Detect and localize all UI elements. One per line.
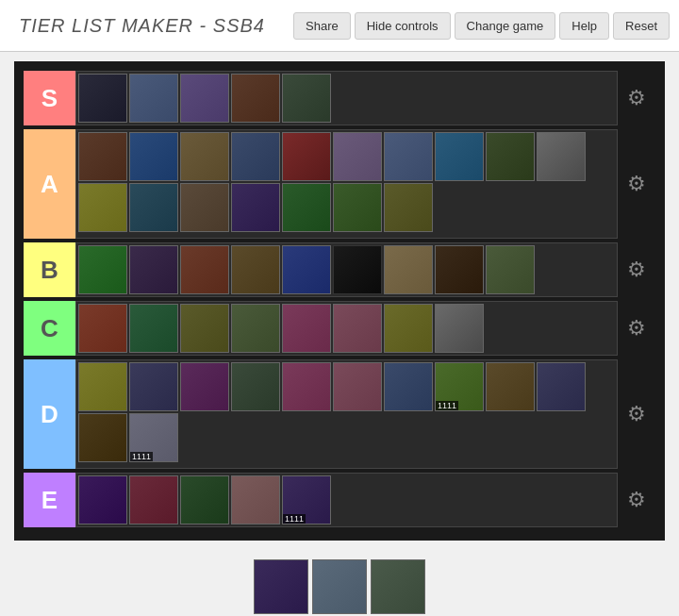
char-e-jigglypuff[interactable]	[231, 475, 280, 524]
char-a-luigi[interactable]	[282, 183, 331, 232]
tier-row-c: C ⚙	[24, 301, 655, 356]
char-d-olimar[interactable]	[384, 362, 433, 411]
char-e-ganon[interactable]	[78, 475, 127, 524]
badge-d-pal: 1111	[436, 401, 458, 410]
char-a-mewtwo[interactable]	[333, 132, 382, 181]
help-button[interactable]: Help	[559, 12, 609, 40]
tier-settings-b: ⚙	[618, 242, 655, 297]
char-b-gaw[interactable]	[333, 245, 382, 294]
char-b-corrin[interactable]	[180, 245, 229, 294]
char-c-rob[interactable]	[435, 304, 484, 353]
char-rosalina[interactable]	[180, 74, 229, 123]
char-a-lucas[interactable]	[180, 183, 229, 232]
char-bayonetta[interactable]	[78, 74, 127, 123]
char-a-ness[interactable]	[231, 183, 280, 232]
topbar: TIER LIST MAKER - SSB4 Share Hide contro…	[0, 0, 679, 52]
char-d-mii[interactable]: 1111	[129, 413, 178, 462]
change-game-button[interactable]: Change game	[455, 12, 556, 40]
char-d-robin[interactable]	[129, 362, 178, 411]
badge-d-mii: 1111	[130, 452, 153, 461]
gear-icon-d[interactable]: ⚙	[623, 401, 650, 427]
char-c-peach[interactable]	[333, 304, 382, 353]
char-d-sheik[interactable]	[231, 362, 280, 411]
gear-icon-e[interactable]: ⚙	[623, 487, 650, 513]
char-pool[interactable]	[0, 550, 679, 616]
tier-label-d: D	[24, 359, 75, 469]
char-b-yoshi[interactable]	[78, 245, 127, 294]
char-c-younlink[interactable]	[129, 304, 178, 353]
gear-icon-s[interactable]: ⚙	[623, 85, 650, 111]
char-a-samus[interactable]	[384, 183, 433, 232]
char-a-marth[interactable]	[231, 132, 280, 181]
char-b-shulk[interactable]	[384, 245, 433, 294]
tier-settings-d: ⚙	[618, 359, 655, 469]
char-e-link[interactable]	[180, 475, 229, 524]
hide-controls-button[interactable]: Hide controls	[355, 12, 451, 40]
char-a-mario[interactable]	[282, 132, 331, 181]
char-c-snake[interactable]	[231, 304, 280, 353]
share-button[interactable]: Share	[293, 12, 351, 40]
char-d-robin2[interactable]	[537, 362, 586, 411]
char-e-drmario[interactable]	[129, 475, 178, 524]
char-c-samus[interactable]	[180, 304, 229, 353]
char-cloud[interactable]	[129, 74, 178, 123]
char-d-bowserjr[interactable]	[78, 413, 127, 462]
tier-label-a: A	[24, 129, 75, 239]
char-d-pacman[interactable]	[78, 362, 127, 411]
tier-label-c: C	[24, 301, 75, 356]
tier-list: S ⚙ A	[14, 61, 665, 541]
tier-row-a: A ⚙	[24, 129, 655, 239]
tier-row-e: E 1111 ⚙	[24, 473, 655, 527]
char-b-ike[interactable]	[129, 245, 178, 294]
tier-chars-d[interactable]: 1111 1111	[75, 359, 618, 469]
tier-settings-e: ⚙	[618, 473, 655, 527]
tier-settings-a: ⚙	[618, 129, 655, 239]
char-a-sonic[interactable]	[129, 132, 178, 181]
char-sheik[interactable]	[282, 74, 331, 123]
char-b-dk[interactable]	[435, 245, 484, 294]
gear-icon-a[interactable]: ⚙	[623, 171, 650, 197]
char-b-snake[interactable]	[486, 245, 535, 294]
char-a-rob[interactable]	[537, 132, 586, 181]
tier-chars-e[interactable]: 1111	[75, 473, 618, 527]
char-a-zss[interactable]	[435, 132, 484, 181]
char-a-tlink[interactable]	[333, 183, 382, 232]
tier-row-b: B ⚙	[24, 242, 655, 297]
tier-settings-s: ⚙	[618, 71, 655, 125]
char-b-megaman[interactable]	[282, 245, 331, 294]
tier-label-b: B	[24, 242, 75, 297]
tier-row-s: S ⚙	[24, 71, 655, 125]
char-b-bowser[interactable]	[231, 245, 280, 294]
tier-chars-b[interactable]	[75, 242, 618, 297]
char-a-lucina[interactable]	[384, 132, 433, 181]
tier-chars-a[interactable]	[75, 129, 618, 239]
gear-icon-b[interactable]: ⚙	[623, 257, 650, 283]
pool-char-mii-gunner[interactable]	[371, 559, 425, 614]
char-a-diddy[interactable]	[78, 132, 127, 181]
char-c-charizard[interactable]	[78, 304, 127, 353]
badge-e-ness: 1111	[283, 514, 306, 524]
char-d-pal[interactable]: 1111	[435, 362, 484, 411]
topbar-buttons: Share Hide controls Change game Help Res…	[293, 12, 670, 40]
char-diddy[interactable]	[231, 74, 280, 123]
tier-label-s: S	[24, 71, 75, 125]
app-title: TIER LIST MAKER - SSB4	[9, 15, 293, 37]
reset-button[interactable]: Reset	[613, 12, 670, 40]
char-a-fox[interactable]	[180, 132, 229, 181]
tier-chars-c[interactable]	[75, 301, 618, 356]
pool-char-mii-fighter[interactable]	[312, 559, 367, 614]
tier-settings-c: ⚙	[618, 301, 655, 356]
char-c-kirby[interactable]	[282, 304, 331, 353]
char-e-ness[interactable]: 1111	[282, 475, 331, 524]
gear-icon-c[interactable]: ⚙	[623, 315, 650, 341]
tier-chars-s[interactable]	[75, 71, 618, 125]
char-d-peach[interactable]	[333, 362, 382, 411]
char-d-dedede[interactable]	[180, 362, 229, 411]
char-d-kirby[interactable]	[282, 362, 331, 411]
char-a-pikachu[interactable]	[78, 183, 127, 232]
char-d-zelda[interactable]	[486, 362, 535, 411]
pool-char-ness[interactable]	[254, 559, 308, 614]
char-a-ryu[interactable]	[486, 132, 535, 181]
char-a-falco[interactable]	[129, 183, 178, 232]
char-c-wario[interactable]	[384, 304, 433, 353]
